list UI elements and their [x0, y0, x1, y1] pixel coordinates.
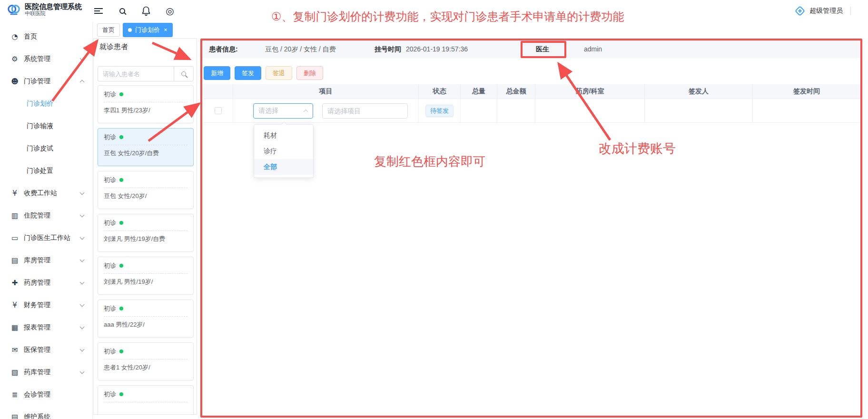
table-header-row: 项目 状态 总量 总金额 药房/科室 签发人 签发时间	[204, 84, 860, 99]
chevron-down-icon	[80, 190, 85, 195]
divider	[850, 7, 851, 15]
chevron-down-icon	[80, 212, 85, 217]
sidebar-subitem-outpatient-disposal[interactable]: 门诊处置	[0, 160, 92, 182]
patient-card[interactable]: 初诊 李四1 男性/23岁/	[98, 85, 194, 123]
medical-cross-icon	[794, 5, 806, 17]
toolbar: 新增 签发 签退 删除	[204, 66, 327, 80]
col-checkbox	[204, 84, 233, 99]
dashboard-icon: ◔	[10, 32, 19, 41]
tab-bar: 首页 门诊划价 ×	[93, 23, 173, 37]
status-dot	[119, 92, 123, 96]
patient-card[interactable]: 初诊 患者1 女性/20岁/	[98, 342, 194, 380]
sidebar-item-home[interactable]: ◔首页	[0, 25, 92, 48]
gear-icon: ⚙	[10, 55, 19, 63]
hospital-his-app: 医院信息管理系统 中联医院 ◎ 超级管理员 ◔首页 ⚙系统管理 ☻门诊管理	[0, 0, 868, 419]
chevron-down-icon	[80, 279, 85, 284]
sidebar-item-finance-mgmt[interactable]: ¥财务管理	[0, 294, 92, 316]
list-icon: ≣	[10, 390, 19, 399]
col-issuer: 签发人	[645, 84, 753, 99]
chevron-down-icon	[80, 369, 85, 374]
item-type-dropdown: 耗材 诊疗 全部	[254, 124, 314, 178]
chevron-down-icon	[80, 235, 85, 239]
patient-info-value: 豆包 / 20岁 / 女性 / 自费	[265, 40, 336, 58]
patient-card[interactable]: 初诊 刘潇凡 男性/19岁/自费	[98, 214, 194, 252]
active-tab-dot	[128, 28, 132, 32]
sidebar-item-pharmacy-mgmt[interactable]: ✚药房管理	[0, 271, 92, 294]
add-button[interactable]: 新增	[204, 66, 230, 80]
dropdown-option-all[interactable]: 全部	[254, 159, 313, 175]
row-checkbox[interactable]	[215, 107, 222, 114]
status-dot	[119, 264, 123, 268]
patient-list-panel: 就诊患者 初诊 李四1 男性/23岁/ 初诊 豆包 女性/20岁/自费 初诊 豆…	[93, 38, 197, 415]
sidebar-item-outpatient-mgmt[interactable]: ☻门诊管理	[0, 70, 92, 92]
sidebar-item-insurance-mgmt[interactable]: ✉医保管理	[0, 339, 92, 361]
chevron-down-icon	[80, 302, 85, 307]
table-row: 请选择 待签发	[204, 99, 860, 123]
patient-card[interactable]: 初诊 豆包 女性/20岁/	[98, 171, 194, 209]
pharmacy-cross-icon: ✚	[10, 279, 19, 287]
status-badge: 待签发	[425, 105, 454, 117]
item-type-select[interactable]: 请选择	[253, 103, 313, 119]
patient-info-bar: 患者信息: 豆包 / 20岁 / 女性 / 自费 挂号时间 2026-01-19…	[202, 40, 860, 58]
tab-outpatient-pricing[interactable]: 门诊划价 ×	[123, 23, 173, 37]
sidebar-subitem-outpatient-infusion[interactable]: 门诊输液	[0, 115, 92, 137]
sidebar-item-doctor-station[interactable]: ▭门诊医生工作站	[0, 227, 92, 249]
sidebar-item-maintenance[interactable]: ▤维护系统	[0, 406, 92, 419]
sidebar-subitem-outpatient-skin-test[interactable]: 门诊皮试	[0, 137, 92, 160]
col-total-qty: 总量	[461, 84, 497, 99]
top-bar: 医院信息管理系统 中联医院 ◎ 超级管理员	[0, 0, 868, 22]
search-icon	[181, 71, 186, 76]
reg-time-label: 挂号时间	[375, 40, 401, 58]
patient-card[interactable]: 初诊 刘潇凡 男性/19岁/	[98, 257, 194, 295]
user-role-label: 超级管理员	[809, 7, 843, 15]
report-icon: ▦	[10, 323, 19, 332]
patient-search-button[interactable]	[174, 66, 194, 81]
outpatient-user-icon: ☻	[10, 77, 19, 86]
billing-table: 项目 状态 总量 总金额 药房/科室 签发人 签发时间 请选择 待签发	[204, 84, 860, 123]
sidebar-item-warehouse-mgmt[interactable]: ▤库房管理	[0, 249, 92, 271]
status-dot	[119, 349, 123, 353]
image-icon: ▧	[10, 368, 19, 377]
status-dot	[119, 392, 123, 396]
col-issue-time: 签发时间	[753, 84, 860, 99]
item-name-input[interactable]	[322, 103, 408, 119]
sidebar-item-drug-store-mgmt[interactable]: ▧药库管理	[0, 361, 92, 383]
close-icon[interactable]: ×	[164, 28, 168, 32]
envelope-icon: ✉	[10, 346, 19, 354]
menu-collapse-icon[interactable]	[93, 6, 104, 16]
annotation-note-copy: 复制红色框内容即可	[374, 153, 485, 170]
revoke-button[interactable]: 签退	[266, 66, 292, 80]
bar-chart-icon: ▥	[10, 211, 19, 220]
logo-icon	[7, 2, 21, 17]
patient-card[interactable]: 初诊 aaa 男性/22岁/	[98, 299, 194, 338]
settings-icon[interactable]: ◎	[165, 6, 175, 16]
doctor-value: admin	[584, 40, 602, 58]
document-icon: ▤	[10, 256, 19, 265]
delete-button[interactable]: 删除	[296, 66, 323, 80]
patient-card[interactable]: 初诊	[98, 385, 194, 415]
doctor-label: 医生	[536, 40, 549, 58]
tab-home[interactable]: 首页	[97, 23, 120, 37]
dropdown-option-consumable[interactable]: 耗材	[254, 128, 313, 143]
sidebar-subitem-outpatient-pricing[interactable]: 门诊划价	[0, 92, 92, 115]
sidebar-item-inpatient-mgmt[interactable]: ▥住院管理	[0, 204, 92, 227]
issue-button[interactable]: 签发	[235, 66, 261, 80]
bell-icon[interactable]	[141, 6, 151, 16]
user-badge[interactable]: 超级管理员	[794, 0, 851, 22]
sidebar-item-charging-station[interactable]: ¥收费工作站	[0, 182, 92, 204]
sidebar-item-system-mgmt[interactable]: ⚙系统管理	[0, 48, 92, 70]
patient-card-selected[interactable]: 初诊 豆包 女性/20岁/自费	[98, 128, 194, 166]
dropdown-option-treatment[interactable]: 诊疗	[254, 143, 313, 159]
chevron-up-icon	[304, 109, 308, 114]
chevron-down-icon	[80, 347, 85, 351]
patient-search-input[interactable]	[98, 66, 174, 81]
status-dot	[119, 307, 123, 310]
sidebar-item-consultation-mgmt[interactable]: ≣会诊管理	[0, 383, 92, 406]
yen-icon: ¥	[10, 301, 19, 309]
chevron-up-icon	[80, 80, 85, 84]
col-status: 状态	[419, 84, 461, 99]
col-pharmacy-dept: 药房/科室	[535, 84, 645, 99]
search-icon[interactable]	[117, 6, 128, 16]
sidebar-item-report-mgmt[interactable]: ▦报表管理	[0, 316, 92, 339]
app-title: 医院信息管理系统	[25, 2, 82, 10]
